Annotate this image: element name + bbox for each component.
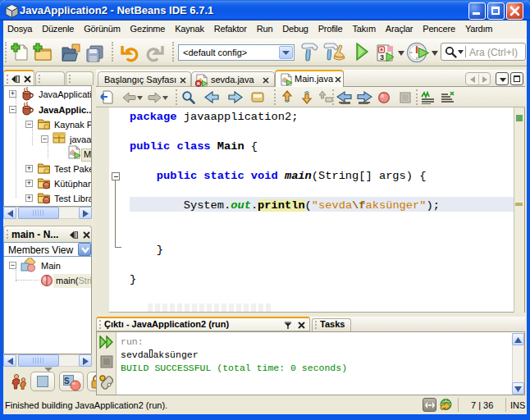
svg-text:3: 3: [380, 53, 384, 62]
